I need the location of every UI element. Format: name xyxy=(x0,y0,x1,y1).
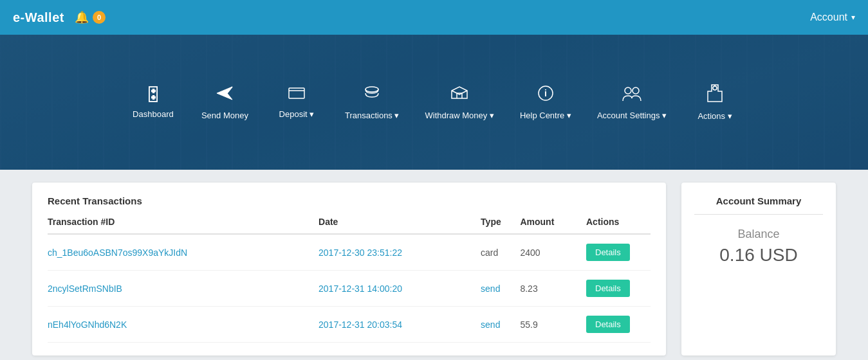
tx-id-link[interactable]: ch_1Beu6oASBN7os99X9aYkJIdN xyxy=(48,248,187,258)
nav-item-transactions[interactable]: Transactions ▾ xyxy=(345,84,400,120)
tx-type-cell: card xyxy=(481,234,520,271)
tx-amount-cell: 8.23 xyxy=(520,271,586,307)
tx-id-cell: ch_1Beu6oASBN7os99X9aYkJIdN xyxy=(48,234,319,271)
deposit-icon xyxy=(288,86,306,104)
nav-label-dashboard: Dashboard xyxy=(133,109,174,119)
account-summary-card: Account Summary Balance 0.16 USD xyxy=(681,183,836,356)
details-button[interactable]: Details xyxy=(586,316,630,333)
table-row: 2ncylSetRmSNbIB 2017-12-31 14:00:20 send… xyxy=(48,271,651,307)
actions-icon xyxy=(706,84,723,106)
transactions-title: Recent Transactions xyxy=(48,195,651,206)
transactions-card: Recent Transactions Transaction #ID Date… xyxy=(32,183,666,356)
account-menu[interactable]: Account ▾ xyxy=(810,12,855,23)
notification-badge: 0 xyxy=(93,11,106,24)
tx-amount-cell: 55.9 xyxy=(520,307,586,343)
hero-banner: 🎛 Dashboard Send Money Deposit ▾ xyxy=(0,35,868,170)
nav-label-account-settings: Account Settings ▾ xyxy=(597,111,667,120)
nav-left: e-Wallet 🔔 0 xyxy=(13,10,106,25)
tx-amount-cell: 2400 xyxy=(520,234,586,271)
nav-item-account-settings[interactable]: Account Settings ▾ xyxy=(597,84,667,120)
nav-label-actions: Actions ▾ xyxy=(697,111,732,121)
nav-item-send-money[interactable]: Send Money xyxy=(201,84,248,120)
summary-title: Account Summary xyxy=(694,195,823,215)
svg-point-8 xyxy=(633,87,639,94)
send-money-icon xyxy=(216,84,234,105)
svg-point-4 xyxy=(365,87,378,92)
tx-type-cell: send xyxy=(481,307,520,343)
table-row: nEh4lYoGNhd6N2K 2017-12-31 20:03:54 send… xyxy=(48,307,651,343)
withdraw-money-icon xyxy=(450,84,468,105)
svg-rect-2 xyxy=(289,88,304,98)
tx-id-cell: nEh4lYoGNhd6N2K xyxy=(48,307,319,343)
tx-actions-cell: Details xyxy=(586,234,651,271)
chevron-down-icon: ▾ xyxy=(851,13,855,22)
main-content: Recent Transactions Transaction #ID Date… xyxy=(0,170,868,360)
top-navbar: e-Wallet 🔔 0 Account ▾ xyxy=(0,0,868,35)
nav-item-help-centre[interactable]: i Help Centre ▾ xyxy=(520,84,571,120)
notification-bell[interactable]: 🔔 0 xyxy=(75,10,106,24)
tx-date-cell: 2017-12-31 20:03:54 xyxy=(319,307,481,343)
dashboard-icon: 🎛 xyxy=(144,86,162,104)
details-button[interactable]: Details xyxy=(586,244,630,261)
hero-nav: 🎛 Dashboard Send Money Deposit ▾ xyxy=(131,84,737,121)
tx-date-cell: 2017-12-30 23:51:22 xyxy=(319,234,481,271)
nav-item-deposit[interactable]: Deposit ▾ xyxy=(274,86,319,119)
nav-item-actions[interactable]: Actions ▾ xyxy=(692,84,737,121)
nav-label-withdraw-money: Withdraw Money ▾ xyxy=(425,111,494,120)
col-header-type: Type xyxy=(481,217,520,234)
svg-point-9 xyxy=(713,86,717,90)
nav-label-deposit: Deposit ▾ xyxy=(279,109,315,119)
svg-text:i: i xyxy=(544,88,547,98)
balance-label: Balance xyxy=(694,228,823,241)
nav-label-help-centre: Help Centre ▾ xyxy=(520,111,571,120)
tx-actions-cell: Details xyxy=(586,271,651,307)
nav-label-transactions: Transactions ▾ xyxy=(345,111,400,120)
bell-icon: 🔔 xyxy=(75,10,89,24)
nav-item-dashboard[interactable]: 🎛 Dashboard xyxy=(131,86,176,119)
tx-actions-cell: Details xyxy=(586,307,651,343)
nav-item-withdraw-money[interactable]: Withdraw Money ▾ xyxy=(425,84,494,120)
tx-id-cell: 2ncylSetRmSNbIB xyxy=(48,271,319,307)
tx-id-link[interactable]: nEh4lYoGNhd6N2K xyxy=(48,320,127,330)
transactions-table: Transaction #ID Date Type Amount Actions… xyxy=(48,217,651,343)
col-header-id: Transaction #ID xyxy=(48,217,319,234)
balance-value: 0.16 USD xyxy=(694,245,823,266)
col-header-actions: Actions xyxy=(586,217,651,234)
tx-type-cell: send xyxy=(481,271,520,307)
svg-point-7 xyxy=(625,87,631,94)
table-row: ch_1Beu6oASBN7os99X9aYkJIdN 2017-12-30 2… xyxy=(48,234,651,271)
account-settings-icon xyxy=(622,84,642,105)
col-header-amount: Amount xyxy=(520,217,586,234)
tx-date-cell: 2017-12-31 14:00:20 xyxy=(319,271,481,307)
col-header-date: Date xyxy=(319,217,481,234)
tx-id-link[interactable]: 2ncylSetRmSNbIB xyxy=(48,284,122,294)
svg-marker-0 xyxy=(217,87,232,100)
brand-logo: e-Wallet xyxy=(13,10,64,25)
details-button[interactable]: Details xyxy=(586,280,630,297)
transactions-icon xyxy=(363,84,381,105)
account-menu-label: Account xyxy=(810,12,847,23)
nav-label-send-money: Send Money xyxy=(201,111,248,120)
help-centre-icon: i xyxy=(537,84,555,105)
